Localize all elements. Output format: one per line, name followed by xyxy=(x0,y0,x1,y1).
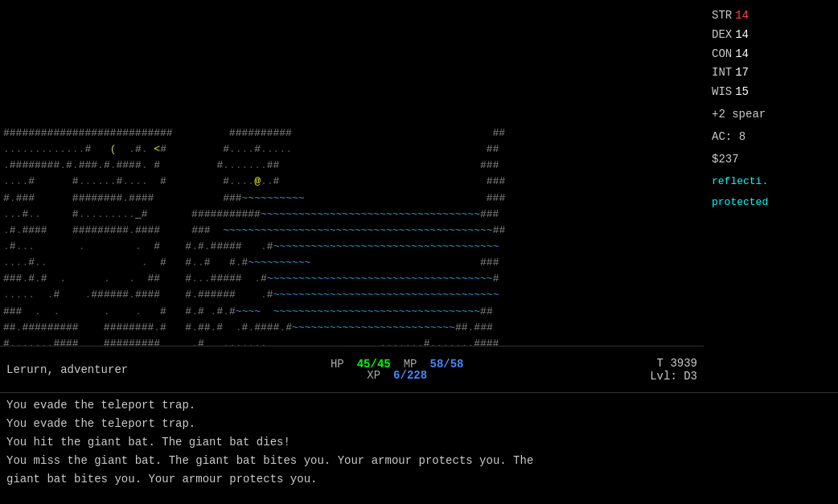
ac-value: 8 xyxy=(739,130,746,143)
hp-label: HP xyxy=(331,358,344,371)
gold-line: $237 xyxy=(712,150,830,170)
msg-line-5: giant bat bites you. Your armour protect… xyxy=(6,470,832,489)
lvl-line: Lvl: D3 xyxy=(650,370,697,383)
msg-line-1: You evade the teleport trap. xyxy=(6,396,832,415)
msg-line-4: You miss the giant bat. The giant bat bi… xyxy=(6,452,832,470)
lvl-value: D3 xyxy=(684,370,697,383)
str-value: 14 xyxy=(735,6,749,26)
str-stat: STR 14 xyxy=(712,6,830,26)
wis-stat: WIS 15 xyxy=(712,83,830,102)
weapon-line: +2 spear xyxy=(712,105,830,125)
map-text: ########################### ########## #… xyxy=(3,125,700,346)
xp-value: 6/228 xyxy=(393,369,427,382)
game-area: ########################### ########## #… xyxy=(0,0,838,392)
con-stat: CON 14 xyxy=(712,45,830,64)
status-protected: protected xyxy=(712,195,830,211)
msg-line-3: You hit the giant bat. The giant bat die… xyxy=(6,433,832,452)
int-stat: INT 17 xyxy=(712,64,830,83)
mp-value: 58/58 xyxy=(430,358,464,371)
int-label: INT xyxy=(712,64,732,83)
xp-line: XP 6/228 xyxy=(367,369,427,382)
ac-line: AC: 8 xyxy=(712,128,830,147)
lvl-label: Lvl: xyxy=(650,370,677,383)
main-container: ########################### ########## #… xyxy=(0,0,838,504)
message-area: You evade the teleport trap. You evade t… xyxy=(0,392,838,504)
wis-label: WIS xyxy=(712,83,732,102)
con-value: 14 xyxy=(735,45,749,64)
con-label: CON xyxy=(712,45,732,64)
map-area: ########################### ########## #… xyxy=(0,0,704,346)
status-vitals-block: HP 45/45 MP 58/58 XP 6/228 xyxy=(144,358,650,382)
turn-info: T 3939 Lvl: D3 xyxy=(650,357,697,383)
msg-line-2: You evade the teleport trap. xyxy=(6,415,832,433)
int-value: 17 xyxy=(735,64,749,83)
dex-stat: DEX 14 xyxy=(712,26,830,45)
turn-value: 3939 xyxy=(670,357,697,370)
turn-label: T xyxy=(657,357,663,370)
str-label: STR xyxy=(712,6,732,26)
map-canvas xyxy=(3,2,244,122)
status-bar: Lerurn, adventurer HP 45/45 MP 58/58 XP … xyxy=(0,346,704,392)
dex-label: DEX xyxy=(712,26,732,45)
status-reflecti: reflecti. xyxy=(712,174,830,190)
turn-line: T 3939 xyxy=(650,357,697,370)
dex-value: 14 xyxy=(735,26,749,45)
stats-panel: STR 14 DEX 14 CON 14 INT 17 WIS 15 +2 sp… xyxy=(704,0,838,392)
char-name: Lerurn, adventurer xyxy=(6,363,128,376)
xp-label: XP xyxy=(367,369,380,382)
ac-label: AC: xyxy=(712,130,732,143)
wis-value: 15 xyxy=(735,83,749,102)
